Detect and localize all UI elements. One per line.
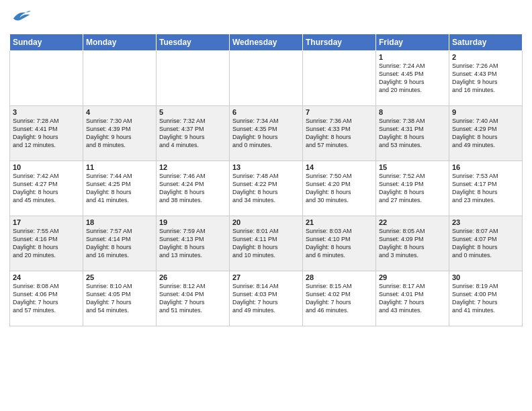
table-row — [230, 51, 303, 106]
day-number: 23 — [452, 218, 519, 226]
day-number: 20 — [232, 218, 300, 226]
table-row: 25Sunrise: 8:10 AM Sunset: 4:05 PM Dayli… — [83, 271, 157, 326]
table-row: 17Sunrise: 7:55 AM Sunset: 4:16 PM Dayli… — [10, 216, 83, 271]
table-row: 20Sunrise: 8:01 AM Sunset: 4:11 PM Dayli… — [230, 216, 303, 271]
day-info: Sunrise: 8:17 AM Sunset: 4:01 PM Dayligh… — [379, 282, 446, 315]
day-info: Sunrise: 7:42 AM Sunset: 4:27 PM Dayligh… — [13, 172, 80, 205]
day-info: Sunrise: 7:40 AM Sunset: 4:29 PM Dayligh… — [452, 117, 519, 150]
day-info: Sunrise: 7:53 AM Sunset: 4:17 PM Dayligh… — [452, 172, 519, 205]
table-row — [157, 51, 230, 106]
day-number: 12 — [159, 163, 226, 171]
day-info: Sunrise: 7:32 AM Sunset: 4:37 PM Dayligh… — [159, 117, 226, 150]
table-row: 22Sunrise: 8:05 AM Sunset: 4:09 PM Dayli… — [376, 216, 449, 271]
day-number: 17 — [13, 218, 80, 226]
day-info: Sunrise: 7:34 AM Sunset: 4:35 PM Dayligh… — [232, 117, 300, 150]
day-number: 5 — [159, 108, 226, 116]
table-row: 6Sunrise: 7:34 AM Sunset: 4:35 PM Daylig… — [230, 106, 303, 161]
table-row: 26Sunrise: 8:12 AM Sunset: 4:04 PM Dayli… — [157, 271, 230, 326]
day-number: 19 — [159, 218, 226, 226]
day-number: 2 — [452, 53, 519, 61]
calendar-table: Sunday Monday Tuesday Wednesday Thursday… — [9, 34, 523, 326]
day-info: Sunrise: 7:50 AM Sunset: 4:20 PM Dayligh… — [306, 172, 373, 205]
day-number: 7 — [306, 108, 373, 116]
day-info: Sunrise: 7:48 AM Sunset: 4:22 PM Dayligh… — [232, 172, 300, 205]
col-friday: Friday — [376, 34, 449, 51]
day-number: 4 — [86, 108, 153, 116]
col-monday: Monday — [83, 34, 157, 51]
table-row: 24Sunrise: 8:08 AM Sunset: 4:06 PM Dayli… — [10, 271, 83, 326]
table-row: 10Sunrise: 7:42 AM Sunset: 4:27 PM Dayli… — [10, 161, 83, 216]
table-row — [10, 51, 83, 106]
table-row: 2Sunrise: 7:26 AM Sunset: 4:43 PM Daylig… — [449, 51, 523, 106]
day-number: 11 — [86, 163, 153, 171]
day-number: 15 — [379, 163, 446, 171]
table-row: 11Sunrise: 7:44 AM Sunset: 4:25 PM Dayli… — [83, 161, 157, 216]
table-row: 30Sunrise: 8:19 AM Sunset: 4:00 PM Dayli… — [449, 271, 523, 326]
table-row: 13Sunrise: 7:48 AM Sunset: 4:22 PM Dayli… — [230, 161, 303, 216]
day-number: 18 — [86, 218, 153, 226]
day-number: 16 — [452, 163, 519, 171]
day-info: Sunrise: 7:30 AM Sunset: 4:39 PM Dayligh… — [86, 117, 153, 150]
table-row: 16Sunrise: 7:53 AM Sunset: 4:17 PM Dayli… — [449, 161, 523, 216]
logo-bird-icon — [11, 7, 31, 26]
day-info: Sunrise: 8:15 AM Sunset: 4:02 PM Dayligh… — [306, 282, 373, 315]
day-info: Sunrise: 7:59 AM Sunset: 4:13 PM Dayligh… — [159, 227, 226, 260]
day-number: 25 — [86, 273, 153, 281]
table-row: 19Sunrise: 7:59 AM Sunset: 4:13 PM Dayli… — [157, 216, 230, 271]
day-info: Sunrise: 7:36 AM Sunset: 4:33 PM Dayligh… — [306, 117, 373, 150]
day-number: 13 — [232, 163, 300, 171]
table-row: 27Sunrise: 8:14 AM Sunset: 4:03 PM Dayli… — [230, 271, 303, 326]
table-row: 8Sunrise: 7:38 AM Sunset: 4:31 PM Daylig… — [376, 106, 449, 161]
day-number: 8 — [379, 108, 446, 116]
day-info: Sunrise: 8:07 AM Sunset: 4:07 PM Dayligh… — [452, 227, 519, 260]
day-info: Sunrise: 7:24 AM Sunset: 4:45 PM Dayligh… — [379, 62, 446, 95]
table-row: 12Sunrise: 7:46 AM Sunset: 4:24 PM Dayli… — [157, 161, 230, 216]
header — [9, 7, 523, 28]
day-number: 26 — [159, 273, 226, 281]
table-row: 7Sunrise: 7:36 AM Sunset: 4:33 PM Daylig… — [303, 106, 376, 161]
table-row: 9Sunrise: 7:40 AM Sunset: 4:29 PM Daylig… — [449, 106, 523, 161]
day-info: Sunrise: 7:26 AM Sunset: 4:43 PM Dayligh… — [452, 62, 519, 95]
day-number: 14 — [306, 163, 373, 171]
day-info: Sunrise: 8:01 AM Sunset: 4:11 PM Dayligh… — [232, 227, 300, 260]
day-info: Sunrise: 8:05 AM Sunset: 4:09 PM Dayligh… — [379, 227, 446, 260]
day-number: 29 — [379, 273, 446, 281]
table-row: 1Sunrise: 7:24 AM Sunset: 4:45 PM Daylig… — [376, 51, 449, 106]
day-info: Sunrise: 7:55 AM Sunset: 4:16 PM Dayligh… — [13, 227, 80, 260]
day-info: Sunrise: 7:44 AM Sunset: 4:25 PM Dayligh… — [86, 172, 153, 205]
col-thursday: Thursday — [303, 34, 376, 51]
day-info: Sunrise: 7:57 AM Sunset: 4:14 PM Dayligh… — [86, 227, 153, 260]
day-number: 9 — [452, 108, 519, 116]
day-number: 21 — [306, 218, 373, 226]
day-number: 22 — [379, 218, 446, 226]
day-info: Sunrise: 8:10 AM Sunset: 4:05 PM Dayligh… — [86, 282, 153, 315]
day-number: 24 — [13, 273, 80, 281]
day-number: 27 — [232, 273, 300, 281]
day-number: 28 — [306, 273, 373, 281]
day-number: 1 — [379, 53, 446, 61]
day-info: Sunrise: 7:46 AM Sunset: 4:24 PM Dayligh… — [159, 172, 226, 205]
col-tuesday: Tuesday — [157, 34, 230, 51]
day-info: Sunrise: 7:52 AM Sunset: 4:19 PM Dayligh… — [379, 172, 446, 205]
table-row — [83, 51, 157, 106]
table-row: 29Sunrise: 8:17 AM Sunset: 4:01 PM Dayli… — [376, 271, 449, 326]
day-info: Sunrise: 7:38 AM Sunset: 4:31 PM Dayligh… — [379, 117, 446, 150]
table-row — [303, 51, 376, 106]
table-row: 28Sunrise: 8:15 AM Sunset: 4:02 PM Dayli… — [303, 271, 376, 326]
day-info: Sunrise: 8:03 AM Sunset: 4:10 PM Dayligh… — [306, 227, 373, 260]
day-info: Sunrise: 7:28 AM Sunset: 4:41 PM Dayligh… — [13, 117, 80, 150]
day-number: 10 — [13, 163, 80, 171]
table-row: 15Sunrise: 7:52 AM Sunset: 4:19 PM Dayli… — [376, 161, 449, 216]
table-row: 4Sunrise: 7:30 AM Sunset: 4:39 PM Daylig… — [83, 106, 157, 161]
col-saturday: Saturday — [449, 34, 523, 51]
day-info: Sunrise: 8:19 AM Sunset: 4:00 PM Dayligh… — [452, 282, 519, 315]
day-number: 6 — [232, 108, 300, 116]
col-wednesday: Wednesday — [230, 34, 303, 51]
table-row: 14Sunrise: 7:50 AM Sunset: 4:20 PM Dayli… — [303, 161, 376, 216]
logo — [9, 7, 31, 28]
page-container: Sunday Monday Tuesday Wednesday Thursday… — [0, 0, 532, 411]
day-info: Sunrise: 8:12 AM Sunset: 4:04 PM Dayligh… — [159, 282, 226, 315]
table-row: 18Sunrise: 7:57 AM Sunset: 4:14 PM Dayli… — [83, 216, 157, 271]
day-number: 3 — [13, 108, 80, 116]
table-row: 5Sunrise: 7:32 AM Sunset: 4:37 PM Daylig… — [157, 106, 230, 161]
